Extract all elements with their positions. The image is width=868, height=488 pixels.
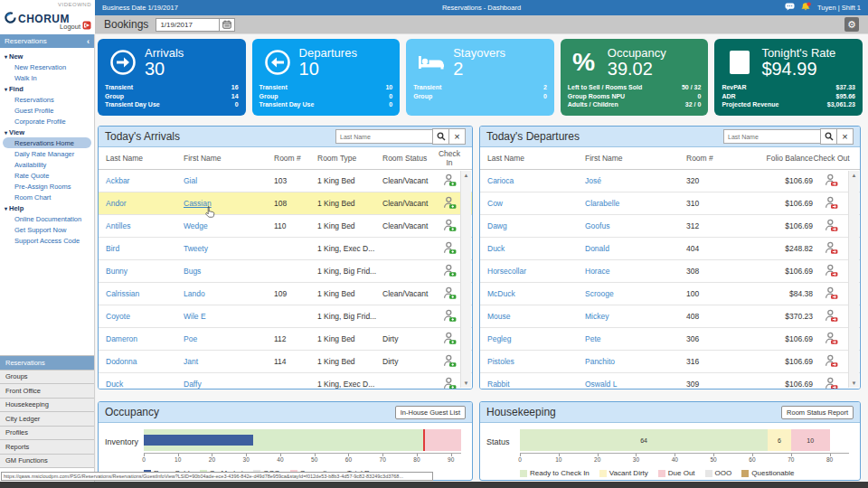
- sidebar-item-get-support-now[interactable]: Get Support Now: [3, 224, 91, 235]
- guest-last-name-link[interactable]: Mouse: [487, 312, 511, 321]
- table-row[interactable]: DawgGoofus312$106.69: [480, 215, 860, 238]
- module-gm-functions[interactable]: GM Functions: [0, 455, 94, 469]
- check-out-button[interactable]: [813, 174, 850, 189]
- kpi-card-departures[interactable]: Departures10Transient10Group0Transient D…: [252, 39, 401, 116]
- table-row[interactable]: RabbitOswald L309$106.69: [480, 373, 860, 389]
- column-header-check-in[interactable]: Check In: [437, 149, 462, 167]
- guest-first-name-link[interactable]: Mickey: [585, 312, 609, 321]
- sidebar-item-walk-in[interactable]: Walk In: [3, 72, 91, 83]
- guest-last-name-link[interactable]: Dodonna: [106, 357, 137, 366]
- table-row[interactable]: BirdTweety1 King, Exec D...: [99, 238, 472, 260]
- scroll-down-icon[interactable]: [852, 379, 857, 388]
- check-out-button[interactable]: [813, 309, 850, 324]
- module-reports[interactable]: Reports: [0, 440, 94, 455]
- check-out-button[interactable]: [813, 241, 850, 257]
- guest-last-name-link[interactable]: Calrissian: [106, 289, 139, 298]
- scroll-down-icon[interactable]: [464, 379, 469, 388]
- table-row[interactable]: DuckDaffy1 King, Exec D...: [99, 373, 472, 389]
- module-front-office[interactable]: Front Office: [0, 384, 94, 399]
- table-row[interactable]: DameronPoe1121 King BedDirty: [99, 328, 472, 351]
- sidebar-item-availability[interactable]: Availability: [3, 159, 91, 170]
- sidebar-section-find[interactable]: ▾Find: [3, 83, 91, 94]
- guest-first-name-link[interactable]: Horace: [585, 267, 609, 276]
- guest-last-name-link[interactable]: Andor: [106, 199, 127, 208]
- guest-first-name-link[interactable]: Donald: [585, 244, 609, 253]
- column-header-folio-balance[interactable]: Folio Balance: [739, 154, 813, 163]
- check-in-button[interactable]: [437, 377, 462, 390]
- logout-button[interactable]: Logout: [60, 21, 91, 32]
- guest-last-name-link[interactable]: Bunny: [106, 267, 127, 276]
- check-in-button[interactable]: [437, 196, 462, 211]
- guest-first-name-link[interactable]: Scrooge: [585, 289, 614, 298]
- check-out-button[interactable]: [813, 377, 850, 390]
- calendar-button[interactable]: [219, 18, 235, 32]
- sidebar-item-guest-profile[interactable]: Guest Profile: [3, 105, 91, 116]
- module-reservations[interactable]: Reservations: [0, 356, 94, 371]
- guest-first-name-link[interactable]: José: [585, 176, 601, 185]
- guest-first-name-link[interactable]: Wile E: [184, 312, 206, 321]
- table-row[interactable]: MouseMickey408$370.23: [480, 305, 860, 328]
- module-housekeeping[interactable]: Housekeeping: [0, 399, 94, 413]
- kpi-card-stayovers[interactable]: Stayovers2Transient2Group0: [406, 39, 554, 116]
- chat-icon[interactable]: [785, 3, 795, 13]
- guest-last-name-link[interactable]: Cow: [487, 199, 503, 208]
- table-row[interactable]: CowClarabelle310$106.69: [480, 192, 860, 215]
- column-header-last-name[interactable]: Last Name: [480, 154, 585, 163]
- kpi-card-occupancy[interactable]: %Occupancy39.02Left to Sell / Rooms Sold…: [561, 39, 709, 116]
- guest-first-name-link[interactable]: Jant: [184, 357, 198, 366]
- departures-scrollbar[interactable]: [848, 171, 859, 388]
- guest-last-name-link[interactable]: Duck: [106, 380, 123, 389]
- table-row[interactable]: PeglegPete306$106.69: [480, 328, 860, 351]
- check-in-button[interactable]: [437, 264, 462, 279]
- guest-last-name-link[interactable]: Pegleg: [487, 334, 511, 343]
- guest-first-name-link[interactable]: Panchito: [585, 357, 615, 366]
- guest-first-name-link[interactable]: Lando: [184, 289, 205, 298]
- scroll-up-icon[interactable]: [464, 171, 469, 180]
- column-header-check-out[interactable]: Check Out: [813, 154, 850, 163]
- sidebar-section-view[interactable]: ▾View: [3, 127, 91, 137]
- guest-first-name-link[interactable]: Oswald L: [585, 380, 617, 389]
- sidebar-collapse-icon[interactable]: ‹: [87, 37, 90, 46]
- sidebar-item-room-chart[interactable]: Room Chart: [3, 192, 91, 202]
- guest-first-name-link[interactable]: Gial: [184, 176, 197, 185]
- guest-last-name-link[interactable]: Pistoles: [487, 357, 514, 366]
- table-row[interactable]: PistolesPanchito316$106.69: [480, 351, 860, 373]
- guest-first-name-link[interactable]: Goofus: [585, 221, 609, 230]
- in-house-guest-list-button[interactable]: In-House Guest List: [395, 406, 466, 419]
- guest-last-name-link[interactable]: Carioca: [487, 176, 514, 185]
- check-in-button[interactable]: [437, 332, 462, 347]
- guest-first-name-link[interactable]: Clarabelle: [585, 199, 619, 208]
- column-header-room[interactable]: Room #: [274, 154, 317, 163]
- table-row[interactable]: DuckDonald404$248.82: [480, 238, 860, 260]
- sidebar-section-new[interactable]: ▾New: [3, 51, 91, 61]
- guest-first-name-link[interactable]: Poe: [184, 334, 197, 343]
- module-groups[interactable]: Groups: [0, 371, 94, 385]
- table-row[interactable]: CalrissianLando1091 King BedClean/Vacant: [99, 283, 472, 305]
- sidebar-item-reservations-home[interactable]: Reservations Home: [3, 137, 91, 148]
- kpi-card-tonight-s-rate[interactable]: Tonight's Rate$94.99RevPAR$37.33ADR$95.6…: [714, 39, 863, 116]
- settings-gear-icon[interactable]: [844, 17, 859, 32]
- guest-first-name-link[interactable]: Tweety: [184, 244, 208, 253]
- guest-first-name-link[interactable]: Cassian: [184, 199, 212, 208]
- column-header-last-name[interactable]: Last Name: [99, 154, 184, 163]
- arrivals-search-button[interactable]: [432, 128, 449, 145]
- column-header-room-type[interactable]: Room Type: [317, 154, 382, 163]
- sidebar-item-corporate-profile[interactable]: Corporate Profile: [3, 116, 91, 127]
- column-header-room-status[interactable]: Room Status: [382, 154, 437, 163]
- guest-last-name-link[interactable]: Dameron: [106, 334, 137, 343]
- guest-last-name-link[interactable]: Coyote: [106, 312, 130, 321]
- check-out-button[interactable]: [813, 196, 850, 211]
- arrivals-close-button[interactable]: ×: [448, 128, 466, 145]
- check-in-button[interactable]: [437, 286, 462, 302]
- guest-last-name-link[interactable]: Dawg: [487, 221, 507, 230]
- arrivals-scrollbar[interactable]: [460, 171, 471, 388]
- guest-last-name-link[interactable]: Duck: [487, 244, 505, 253]
- guest-last-name-link[interactable]: Ackbar: [106, 176, 129, 185]
- departures-search-button[interactable]: [820, 128, 837, 145]
- table-row[interactable]: McDuckScrooge100$84.38: [480, 283, 860, 305]
- module-city-ledger[interactable]: City Ledger: [0, 412, 94, 427]
- guest-last-name-link[interactable]: Bird: [106, 244, 119, 253]
- departures-search-input[interactable]: [723, 129, 821, 144]
- sidebar-item-daily-rate-manager[interactable]: Daily Rate Manager: [3, 148, 91, 159]
- table-row[interactable]: DodonnaJant1141 King BedDirty: [99, 351, 472, 373]
